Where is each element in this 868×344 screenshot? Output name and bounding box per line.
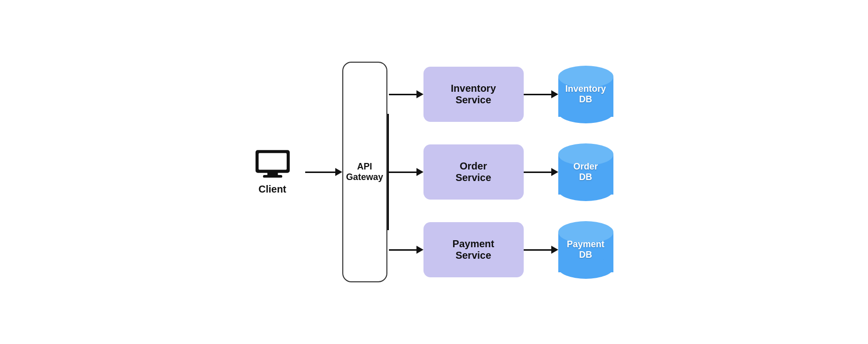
- arrow-head: [551, 246, 558, 254]
- payment-db: PaymentDB: [558, 221, 613, 279]
- svg-rect-1: [259, 153, 287, 169]
- svg-rect-2: [267, 172, 278, 175]
- inventory-db: InventoryDB: [558, 66, 613, 123]
- client-label: Client: [259, 184, 287, 195]
- payment-to-db-arrow: [524, 246, 558, 254]
- inventory-service-row: InventoryService InventoryDB: [389, 66, 613, 123]
- svg-rect-3: [263, 175, 282, 178]
- arrow-line: [389, 171, 416, 173]
- branch-vertical: [387, 86, 389, 258]
- inventory-service-box: InventoryService: [423, 67, 524, 122]
- gateway-label: API Gateway: [346, 161, 383, 183]
- payment-service-row: PaymentService PaymentDB: [389, 221, 613, 279]
- api-gateway-block: API Gateway: [342, 62, 387, 282]
- arrow-head: [416, 246, 423, 254]
- architecture-diagram: Client API Gateway InventorySer: [255, 62, 613, 282]
- v-line: [387, 114, 389, 230]
- inventory-to-db-arrow: [524, 90, 558, 98]
- order-db-label: OrderDB: [558, 161, 613, 183]
- order-service-box: OrderService: [423, 144, 524, 200]
- client-to-gateway-arrow: [305, 168, 342, 176]
- payment-service-box: PaymentService: [423, 222, 524, 277]
- order-service-label: OrderService: [456, 160, 491, 184]
- arrow-line: [389, 249, 416, 251]
- gateway-to-payment-arrow: [389, 246, 423, 254]
- arrow-head: [551, 168, 558, 176]
- branch-section: InventoryService InventoryDB: [387, 66, 613, 279]
- arrow-head: [551, 90, 558, 98]
- order-to-db-arrow: [524, 168, 558, 176]
- arrow-line: [389, 94, 416, 95]
- client-block: Client: [255, 149, 290, 195]
- arrow-head: [416, 90, 423, 98]
- arrow-line: [524, 171, 551, 173]
- gateway-to-order-arrow: [389, 168, 423, 176]
- arrow-head: [335, 168, 342, 176]
- gateway-to-inventory-arrow: [389, 90, 423, 98]
- payment-service-label: PaymentService: [453, 238, 494, 261]
- payment-db-label: PaymentDB: [558, 239, 613, 260]
- arrow-head: [416, 168, 423, 176]
- service-rows: InventoryService InventoryDB: [389, 66, 613, 279]
- arrow-line: [524, 94, 551, 95]
- inventory-db-label: InventoryDB: [558, 84, 613, 105]
- order-db: OrderDB: [558, 143, 613, 201]
- order-service-row: OrderService OrderDB: [389, 143, 613, 201]
- arrow-line: [305, 171, 335, 173]
- monitor-icon: [255, 149, 290, 180]
- inventory-service-label: InventoryService: [451, 83, 496, 106]
- arrow-line: [524, 249, 551, 251]
